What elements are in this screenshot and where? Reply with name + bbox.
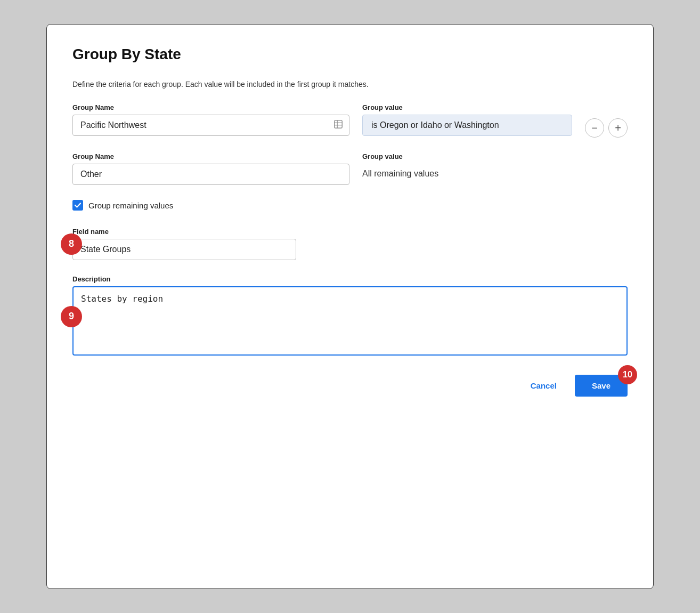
field-name-label: Field name bbox=[72, 228, 628, 236]
plus-icon: + bbox=[615, 122, 621, 134]
footer-row: Cancel 10 Save bbox=[72, 375, 628, 397]
group-by-state-dialog: Group By State Define the criteria for e… bbox=[46, 24, 654, 589]
group-1-value-text: is Oregon or Idaho or Washington bbox=[371, 120, 499, 130]
group-2-name-input[interactable] bbox=[72, 164, 349, 185]
step-badge-10: 10 bbox=[618, 365, 637, 384]
group-2-value-text: All remaining values bbox=[362, 164, 628, 184]
minus-icon: − bbox=[591, 122, 598, 134]
dialog-title: Group By State bbox=[72, 46, 628, 63]
description-label: Description bbox=[72, 275, 628, 283]
step-badge-8: 8 bbox=[61, 233, 82, 255]
svg-rect-0 bbox=[335, 120, 342, 128]
field-name-input[interactable] bbox=[72, 239, 296, 260]
group-remaining-checkbox[interactable] bbox=[72, 200, 83, 211]
group-row-2: Group Name Group value All remaining val… bbox=[72, 152, 628, 185]
group-2-name-col: Group Name bbox=[72, 152, 349, 185]
group-2-name-label: Group Name bbox=[72, 152, 349, 160]
group-1-value-col: Group value is Oregon or Idaho or Washin… bbox=[362, 103, 572, 136]
group-remaining-label: Group remaining values bbox=[88, 201, 173, 210]
spreadsheet-icon bbox=[333, 119, 343, 131]
step-badge-9: 9 bbox=[61, 306, 82, 327]
group-2-value-col: Group value All remaining values bbox=[362, 152, 628, 184]
remove-group-button[interactable]: − bbox=[585, 118, 604, 138]
description-textarea[interactable]: States by region bbox=[72, 286, 628, 356]
group-1-value-box: is Oregon or Idaho or Washington bbox=[362, 115, 572, 136]
field-name-section: 8 Field name bbox=[72, 228, 628, 260]
checkmark-icon bbox=[74, 201, 82, 209]
group-1-name-label: Group Name bbox=[72, 103, 349, 111]
group-remaining-row: Group remaining values bbox=[72, 200, 628, 211]
group-1-actions: − + bbox=[585, 103, 628, 138]
group-1-name-input-wrap bbox=[72, 115, 349, 136]
dialog-description: Define the criteria for each group. Each… bbox=[72, 80, 628, 88]
group-1-name-col: Group Name bbox=[72, 103, 349, 136]
group-1-value-label: Group value bbox=[362, 103, 572, 111]
group-row-1: Group Name Group value is Oregon or Idah… bbox=[72, 103, 628, 138]
group-2-value-label: Group value bbox=[362, 152, 628, 160]
group-1-name-input[interactable] bbox=[72, 115, 349, 136]
description-section: 9 Description States by region bbox=[72, 275, 628, 358]
save-button-wrap: 10 Save bbox=[575, 375, 628, 397]
add-group-button[interactable]: + bbox=[608, 118, 628, 138]
cancel-button[interactable]: Cancel bbox=[521, 376, 566, 396]
